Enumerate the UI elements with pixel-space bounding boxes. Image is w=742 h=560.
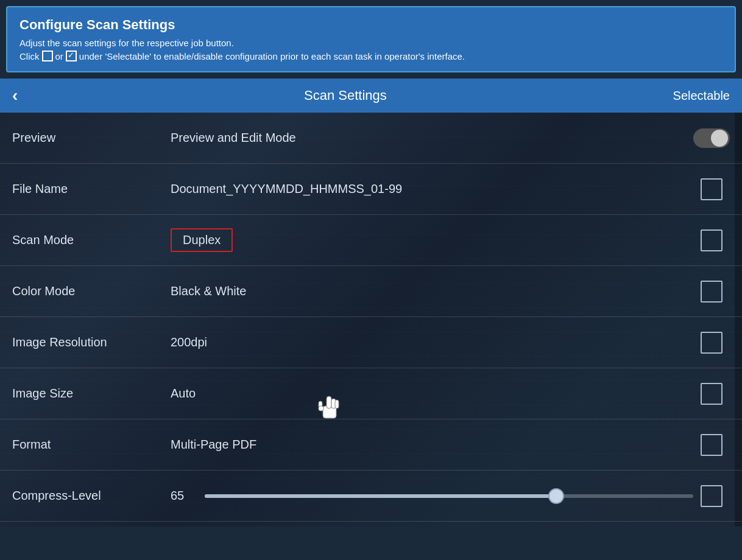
header-instruction: Click or under 'Selectable' to enable/di… xyxy=(19,51,723,61)
checkbox-format[interactable] xyxy=(701,434,723,456)
setting-row-format: Format Multi-Page PDF xyxy=(0,419,742,471)
header-description: Adjust the scan settings for the respect… xyxy=(19,38,723,48)
setting-row-resolution: Image Resolution 200dpi xyxy=(0,317,742,368)
slider-value-label: 65 xyxy=(171,489,195,503)
label-compress: Compress-Level xyxy=(12,489,171,503)
settings-table: Preview Preview and Edit Mode File Name … xyxy=(0,113,742,522)
selectable-column-header: Selectable xyxy=(673,89,730,103)
selectable-filename[interactable] xyxy=(693,178,730,200)
selectable-compress[interactable] xyxy=(693,485,730,507)
back-button[interactable]: ‹ xyxy=(12,86,18,105)
toggle-preview[interactable] xyxy=(693,128,730,148)
scanmode-highlighted-value[interactable]: Duplex xyxy=(171,228,233,252)
checkbox-empty-icon xyxy=(42,51,53,61)
label-scanmode: Scan Mode xyxy=(12,233,171,247)
checkbox-filename[interactable] xyxy=(701,178,723,200)
value-preview: Preview and Edit Mode xyxy=(171,131,693,145)
selectable-resolution[interactable] xyxy=(693,332,730,354)
setting-row-scanmode: Scan Mode Duplex xyxy=(0,215,742,266)
instruction-click: Click xyxy=(19,51,40,61)
header-banner: Configure Scan Settings Adjust the scan … xyxy=(6,6,736,72)
label-preview: Preview xyxy=(12,131,171,145)
slider-container: 65 xyxy=(171,489,693,503)
selectable-imagesize[interactable] xyxy=(693,383,730,405)
value-compress: 65 xyxy=(171,489,693,503)
checkbox-imagesize[interactable] xyxy=(701,383,723,405)
slider-thumb[interactable] xyxy=(548,488,564,504)
selectable-scanmode[interactable] xyxy=(693,229,730,251)
selectable-format[interactable] xyxy=(693,434,730,456)
label-imagesize: Image Size xyxy=(12,387,171,401)
value-scanmode[interactable]: Duplex xyxy=(171,228,693,252)
setting-row-imagesize: Image Size Auto xyxy=(0,368,742,419)
selectable-preview[interactable] xyxy=(693,128,730,148)
selectable-colormode[interactable] xyxy=(693,281,730,303)
checkbox-colormode[interactable] xyxy=(701,281,723,303)
setting-row-preview: Preview Preview and Edit Mode xyxy=(0,113,742,164)
instruction-post: under 'Selectable' to enable/disable con… xyxy=(79,51,465,61)
setting-row-filename: File Name Document_YYYYMMDD_HHMMSS_01-99 xyxy=(0,164,742,215)
toggle-knob-preview xyxy=(711,130,728,147)
toolbar-title: Scan Settings xyxy=(304,88,387,103)
value-format: Multi-Page PDF xyxy=(171,438,693,452)
value-filename: Document_YYYYMMDD_HHMMSS_01-99 xyxy=(171,182,693,196)
value-resolution: 200dpi xyxy=(171,335,693,349)
label-format: Format xyxy=(12,438,171,452)
header-title: Configure Scan Settings xyxy=(19,17,723,33)
instruction-or: or xyxy=(55,51,63,61)
settings-content: Preview Preview and Edit Mode File Name … xyxy=(0,113,742,527)
slider-fill xyxy=(205,494,556,498)
value-imagesize: Auto xyxy=(171,387,693,401)
checkbox-checked-icon xyxy=(66,51,77,61)
checkbox-resolution[interactable] xyxy=(701,332,723,354)
checkbox-compress[interactable] xyxy=(701,485,723,507)
value-colormode: Black & White xyxy=(171,284,693,298)
checkbox-scanmode[interactable] xyxy=(701,229,723,251)
setting-row-colormode: Color Mode Black & White xyxy=(0,266,742,317)
label-colormode: Color Mode xyxy=(12,284,171,298)
label-filename: File Name xyxy=(12,182,171,196)
setting-row-compress: Compress-Level 65 xyxy=(0,471,742,522)
slider-track[interactable] xyxy=(205,494,693,498)
label-resolution: Image Resolution xyxy=(12,335,171,349)
toolbar: ‹ Scan Settings Selectable xyxy=(0,79,742,113)
